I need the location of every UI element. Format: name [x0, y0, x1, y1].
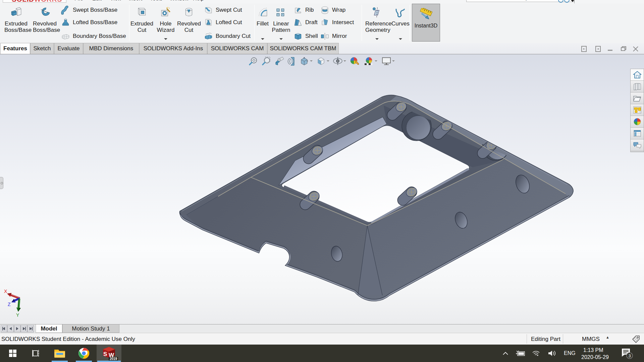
- svg-text:Y: Y: [16, 312, 19, 318]
- svg-text:X: X: [4, 289, 7, 294]
- svg-text:Z: Z: [8, 302, 11, 307]
- svg-text:S: S: [103, 351, 107, 357]
- svg-text:3: 3: [628, 353, 631, 358]
- svg-text:2019: 2019: [110, 357, 117, 361]
